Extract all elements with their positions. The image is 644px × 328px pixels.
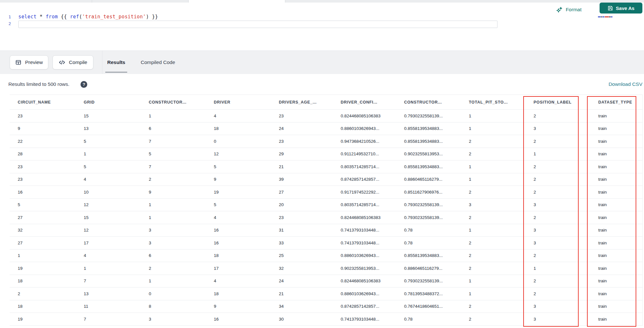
table-cell[interactable]: 9 (10, 123, 76, 135)
table-cell[interactable]: 19 (206, 186, 271, 198)
table-cell[interactable]: 9 (206, 173, 271, 186)
table-cell[interactable]: 23 (271, 211, 333, 224)
table-cell[interactable]: train (590, 135, 642, 148)
table-cell[interactable]: 17 (76, 237, 141, 249)
table-cell[interactable]: 0.8860465116279... (396, 262, 461, 275)
table-cell[interactable]: 2 (461, 300, 526, 313)
table-cell[interactable]: 28 (10, 148, 76, 160)
table-cell[interactable]: 12 (206, 148, 271, 160)
table-cell[interactable]: 3 (141, 224, 206, 237)
table-cell[interactable]: 2 (526, 287, 590, 300)
table-cell[interactable]: 1 (526, 148, 590, 160)
table-cell[interactable]: train (590, 199, 642, 211)
code-line[interactable] (18, 20, 158, 27)
table-cell[interactable]: 30 (271, 313, 333, 325)
table-cell[interactable]: 0.8860103626943... (333, 123, 396, 135)
table-cell[interactable]: 19 (10, 313, 76, 325)
table-cell[interactable]: 0 (206, 135, 271, 148)
table-cell[interactable]: train (590, 211, 642, 224)
table-cell[interactable]: 0.8558139534883... (396, 160, 461, 173)
table-cell[interactable]: 4 (76, 173, 141, 186)
table-cell[interactable]: 0.7413793103448... (333, 313, 396, 325)
table-cell[interactable]: 0.78 (396, 237, 461, 249)
column-header[interactable]: DRIVERS_AGE_... (271, 95, 333, 109)
table-cell[interactable]: 3 (526, 199, 590, 211)
table-cell[interactable]: 3 (141, 313, 206, 325)
table-cell[interactable]: 0.824468085106383 (333, 211, 396, 224)
table-cell[interactable]: 11 (76, 300, 141, 313)
column-header[interactable]: DRIVER (206, 95, 271, 109)
table-cell[interactable]: 5 (76, 160, 141, 173)
table-cell[interactable]: 23 (10, 110, 76, 122)
table-cell[interactable]: 21 (271, 160, 333, 173)
table-cell[interactable]: 4 (206, 110, 271, 122)
table-cell[interactable]: train (590, 275, 642, 287)
table-cell[interactable]: 0.824468085106383 (333, 110, 396, 122)
help-icon[interactable]: ? (80, 81, 87, 88)
table-cell[interactable]: 16 (206, 313, 271, 325)
table-cell[interactable]: 2 (526, 135, 590, 148)
table-cell[interactable]: train (590, 250, 642, 262)
table-cell[interactable]: 2 (526, 173, 590, 186)
table-cell[interactable]: 3 (526, 313, 590, 325)
editor-minimap[interactable] (598, 16, 614, 18)
table-cell[interactable]: 1 (461, 287, 526, 300)
table-cell[interactable]: 0.8860103626943... (333, 287, 396, 300)
table-cell[interactable]: 1 (141, 275, 206, 287)
table-cell[interactable]: 0.8558139534883... (396, 250, 461, 262)
table-cell[interactable]: 2 (526, 110, 590, 122)
table-cell[interactable]: 1 (10, 250, 76, 262)
table-cell[interactable]: 2 (461, 148, 526, 160)
table-cell[interactable]: train (590, 300, 642, 313)
table-cell[interactable]: 7 (141, 160, 206, 173)
table-cell[interactable]: 0.9023255813953... (396, 148, 461, 160)
table-cell[interactable]: 18 (206, 287, 271, 300)
table-cell[interactable]: 10 (76, 186, 141, 198)
table-cell[interactable]: 2 (461, 250, 526, 262)
table-cell[interactable]: 0.7930232558139... (396, 275, 461, 287)
table-cell[interactable]: 2 (526, 160, 590, 173)
table-cell[interactable]: 2 (461, 313, 526, 325)
table-cell[interactable]: train (590, 224, 642, 237)
format-button[interactable]: Format (554, 5, 583, 15)
table-cell[interactable]: train (590, 287, 642, 300)
table-cell[interactable]: 0.7674418604651... (396, 300, 461, 313)
table-cell[interactable]: 33 (271, 237, 333, 249)
table-cell[interactable]: 2 (141, 173, 206, 186)
table-cell[interactable]: 5 (141, 148, 206, 160)
table-cell[interactable]: 2 (10, 287, 76, 300)
table-cell[interactable]: 20 (271, 199, 333, 211)
table-cell[interactable]: 2 (526, 186, 590, 198)
table-cell[interactable]: 23 (271, 135, 333, 148)
table-cell[interactable]: 3 (526, 123, 590, 135)
table-cell[interactable]: 0.824468085106383 (333, 275, 396, 287)
table-cell[interactable]: 12 (76, 224, 141, 237)
table-cell[interactable]: 0.9171974522292... (333, 186, 396, 198)
table-cell[interactable]: 3 (526, 224, 590, 237)
table-cell[interactable]: 0.9473684210526... (333, 135, 396, 148)
table-cell[interactable]: 0.8035714285714... (333, 160, 396, 173)
column-header[interactable]: CONSTRUCTOR... (396, 95, 461, 109)
table-cell[interactable]: 34 (271, 300, 333, 313)
table-cell[interactable]: 0.8558139534883... (396, 135, 461, 148)
table-cell[interactable]: 2 (461, 135, 526, 148)
table-cell[interactable]: 29 (271, 148, 333, 160)
table-cell[interactable]: 31 (271, 224, 333, 237)
table-cell[interactable]: 1 (141, 211, 206, 224)
editor-code[interactable]: select * from {{ ref('train_test_positio… (18, 14, 158, 27)
column-header[interactable]: CIRCUIT_NAME (10, 95, 76, 109)
table-cell[interactable]: 27 (10, 211, 76, 224)
table-cell[interactable]: 39 (271, 173, 333, 186)
save-as-button[interactable]: Save As (600, 3, 642, 14)
column-header[interactable]: CONSTRUCTOR... (141, 95, 206, 109)
table-cell[interactable]: 0.8035714285714... (333, 199, 396, 211)
table-cell[interactable]: 1 (141, 199, 206, 211)
table-cell[interactable]: 32 (10, 224, 76, 237)
table-cell[interactable]: 1 (461, 173, 526, 186)
table-cell[interactable]: 9 (141, 186, 206, 198)
table-cell[interactable]: 4 (206, 211, 271, 224)
table-cell[interactable]: 5 (206, 199, 271, 211)
download-csv-link[interactable]: Download CSV (609, 74, 642, 95)
table-cell[interactable]: 2 (461, 262, 526, 275)
table-cell[interactable]: 6 (141, 123, 206, 135)
